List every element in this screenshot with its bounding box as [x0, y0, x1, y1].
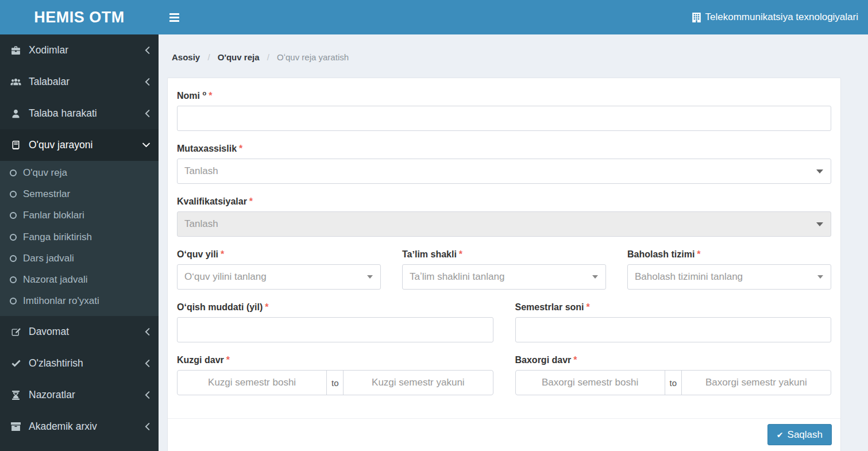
building-icon [692, 13, 701, 22]
subitem-label: Fanga biriktirish [23, 232, 92, 243]
baxorgi-davr-end-input[interactable] [682, 371, 831, 395]
select-placeholder: Tanlash [184, 165, 218, 177]
brand-title: HEMIS OTM [34, 9, 125, 26]
required-asterisk: * [459, 249, 462, 259]
subitem-label: O'quv reja [23, 167, 67, 179]
field-baholash-tizimi: Baholash tizimi* Baholash tizimini tanla… [627, 249, 831, 290]
field-mutaxassislik: Mutaxassislik* Tanlash [177, 144, 831, 184]
archive-icon [8, 422, 24, 431]
sidebar-subitem-fanga-biriktirish[interactable]: Fanga biriktirish [0, 226, 159, 248]
user-icon [8, 109, 24, 118]
mutaxassislik-select[interactable]: Tanlash [177, 159, 831, 184]
circle-icon [10, 255, 17, 262]
chevron-left-icon [145, 423, 150, 430]
sidebar-item-label: O'zlashtirish [29, 357, 83, 369]
oqish-muddati-input[interactable] [177, 317, 493, 342]
talim-shakli-label: Taʼlim shakli* [402, 249, 606, 260]
baholash-tizimi-select[interactable]: Baholash tizimini tanlang [627, 264, 831, 290]
field-oquv-yili: Oʻquv yili* Oʻquv yilini tanlang [177, 249, 381, 290]
university-name: Telekommunikatsiya texnologiyalari [705, 11, 858, 23]
sidebar-item-talaba-harakati[interactable]: Talaba harakati [0, 98, 159, 129]
sidebar-item-label: O'quv jarayoni [29, 139, 92, 151]
sidebar-item-label: Nazoratlar [29, 389, 75, 401]
range-separator: to [326, 371, 344, 395]
chevron-left-icon [145, 328, 150, 336]
breadcrumb-separator: / [267, 52, 269, 62]
kuzgi-davr-start-input[interactable] [178, 371, 326, 395]
required-asterisk: * [239, 144, 242, 153]
baholash-tizimi-label: Baholash tizimi* [627, 249, 831, 260]
brand-logo[interactable]: HEMIS OTM [0, 0, 159, 34]
oquv-yili-label: Oʻquv yili* [177, 249, 381, 260]
sidebar-subitem-imtihonlar-royxati[interactable]: Imtihonlar ro'yxati [0, 291, 159, 312]
kvalifikatsiyalar-select: Tanlash [177, 211, 831, 237]
navbar: Telekommunikatsiya texnologiyalari [159, 0, 868, 34]
breadcrumb-current: Oʻquv reja yaratish [277, 52, 349, 62]
select-placeholder: Tanlash [184, 218, 218, 230]
subitem-label: Dars jadvali [23, 253, 74, 264]
sidebar-subitem-dars-jadvali[interactable]: Dars jadvali [0, 248, 159, 269]
sidebar-subitem-nazorat-jadvali[interactable]: Nazorat jadvali [0, 269, 159, 290]
sidebar-item-nazoratlar[interactable]: Nazoratlar [0, 379, 159, 411]
sidebar-item-label: Davomat [29, 326, 69, 338]
create-curriculum-panel: Nomi o* Mutaxassislik* Tanlash [167, 78, 841, 451]
kuzgi-davr-end-input[interactable] [344, 371, 492, 395]
hourglass-icon [8, 391, 24, 400]
oqish-muddati-label: Oʻqish muddati (yil)* [177, 302, 493, 313]
sidebar-item-davomat[interactable]: Davomat [0, 316, 159, 348]
nomi-label: Nomi o* [177, 90, 831, 101]
oquv-yili-select[interactable]: Oʻquv yilini tanlang [177, 264, 381, 290]
breadcrumb: Asosiy / O'quv reja / Oʻquv reja yaratis… [172, 52, 349, 62]
sidebar-item-label: Akademik arxiv [29, 421, 97, 433]
circle-icon [10, 298, 17, 304]
sidebar: Xodimlar Talabalar Talaba harakati [0, 34, 159, 451]
required-asterisk: * [573, 355, 577, 365]
field-semestrlar-soni: Semestrlar soni* [515, 302, 832, 342]
sidebar-item-talabalar[interactable]: Talabalar [0, 66, 159, 98]
required-asterisk: * [265, 302, 268, 312]
field-oqish-muddati: Oʻqish muddati (yil)* [177, 302, 493, 342]
semestrlar-soni-input[interactable] [515, 317, 832, 342]
baxorgi-davr-start-input[interactable] [516, 371, 665, 395]
kuzgi-davr-range: to [177, 370, 493, 395]
baxorgi-davr-label: Baxorgi davr* [515, 355, 832, 365]
sidebar-subitem-oquv-reja[interactable]: O'quv reja [0, 162, 159, 183]
chevron-left-icon [145, 47, 150, 54]
sidebar-subitem-fanlar-bloklari[interactable]: Fanlar bloklari [0, 205, 159, 226]
kuzgi-davr-label: Kuzgi davr* [177, 355, 493, 365]
sidebar-item-akademik-arxiv[interactable]: Akademik arxiv [0, 411, 159, 442]
sidebar-item-oquv-jarayoni[interactable]: O'quv jarayoni [0, 129, 159, 161]
university-menu[interactable]: Telekommunikatsiya texnologiyalari [692, 11, 858, 23]
save-button-label: Saqlash [788, 429, 823, 441]
circle-icon [10, 212, 17, 219]
hamburger-icon[interactable] [169, 13, 179, 22]
required-asterisk: * [249, 196, 253, 206]
panel-footer: ✔ Saqlash [168, 418, 840, 451]
semestrlar-soni-label: Semestrlar soni* [515, 302, 832, 313]
kvalifikatsiyalar-label: Kvalifikatsiyalar* [177, 196, 831, 207]
nomi-input[interactable] [177, 106, 831, 131]
caret-down-icon [592, 275, 598, 279]
check-icon [8, 360, 24, 367]
talim-shakli-select[interactable]: Taʼlim shaklini tanlang [402, 264, 606, 290]
sidebar-item-xodimlar[interactable]: Xodimlar [0, 34, 159, 66]
briefcase-icon [8, 46, 24, 55]
breadcrumb-link-oquv-reja[interactable]: O'quv reja [218, 52, 260, 62]
chevron-left-icon [145, 78, 150, 86]
required-asterisk: * [226, 355, 230, 365]
mutaxassislik-label: Mutaxassislik* [177, 144, 831, 154]
breadcrumb-link-asosiy[interactable]: Asosiy [172, 52, 200, 62]
subitem-label: Imtihonlar ro'yxati [23, 295, 99, 307]
users-icon [8, 78, 24, 86]
sidebar-item-ozlashtirish[interactable]: O'zlashtirish [0, 348, 159, 379]
sidebar-item-label: Xodimlar [29, 44, 68, 56]
subitem-label: Semestrlar [23, 188, 70, 200]
sidebar-item-label: Talabalar [29, 76, 70, 88]
top-bar: HEMIS OTM Telekommunikatsiya texnologiya… [0, 0, 868, 34]
chevron-left-icon [145, 391, 150, 399]
sidebar-subitem-semestrlar[interactable]: Semestrlar [0, 183, 159, 205]
save-button[interactable]: ✔ Saqlash [767, 424, 832, 445]
circle-icon [10, 276, 17, 283]
required-asterisk: * [221, 249, 224, 259]
main-content: Asosiy / O'quv reja / Oʻquv reja yaratis… [159, 34, 868, 451]
